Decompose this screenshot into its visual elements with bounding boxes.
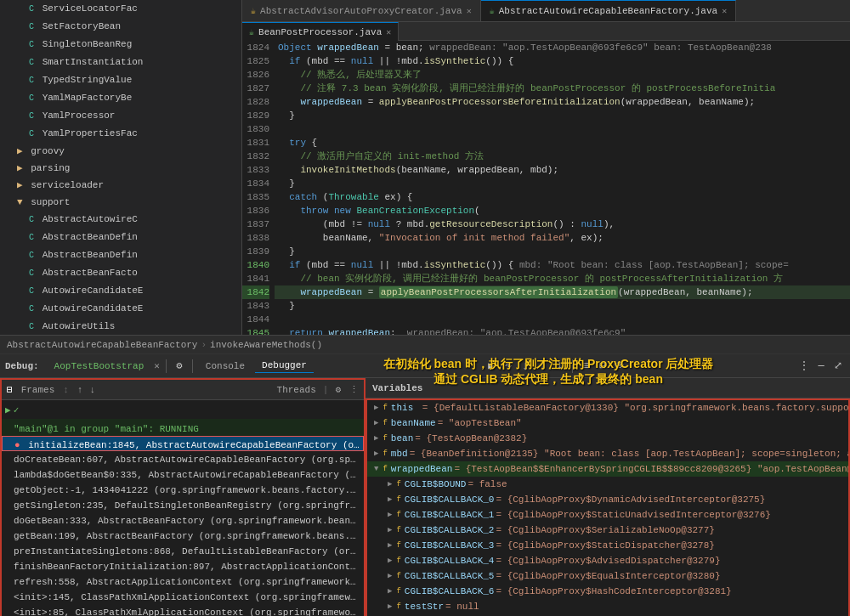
var-mbd[interactable]: ▶ f mbd = {BeanDefinition@2135} "Root be… [367,446,848,461]
evaluate-btn[interactable]: ≡ [579,359,592,373]
breadcrumb-part2[interactable]: invokeAwareMethods() [210,340,322,350]
debug-session[interactable]: AopTestBootstrap [48,359,151,373]
tree-item-typed[interactable]: C TypedStringValue [0,71,241,89]
var-teststr[interactable]: ▶ f testStr = null [367,599,848,614]
debug-settings-btn[interactable]: ⚙ [173,359,186,373]
tree-item-support[interactable]: ▼ support [0,194,241,211]
threads-label[interactable]: Threads [277,385,316,395]
tree-item-autowire1[interactable]: C AutowireCandidateE [0,282,241,300]
var-beanname[interactable]: ▶ f beanName = "aopTestBean" [367,415,848,431]
frames-btn[interactable]: ⊟ [596,359,609,373]
var-cglib-callback-5[interactable]: ▶ f CGLIB$CALLBACK_5 = {CglibAopProxy$Eq… [367,568,848,584]
stack-frame-9[interactable]: refresh:558, AbstractApplicationContext … [2,574,364,589]
tree-item-smart[interactable]: C SmartInstantiation [0,54,241,71]
code-line-1833: invokeInitMethods(beanName, wrappedBean,… [275,163,850,177]
stack-frame-3[interactable]: getObject:-1, 1434041222 (org.springfram… [2,482,364,497]
tree-item-groovy[interactable]: ▶ groovy [0,143,241,160]
tab-close-right[interactable]: ✕ [722,6,727,16]
expand-icon: ▶ [388,568,392,584]
tab-close-left[interactable]: ✕ [467,6,472,16]
var-cglib-callback-6[interactable]: ▶ f CGLIB$CALLBACK_6 = {CglibAopProxy$Ha… [367,584,848,599]
tree-item-abstractbeandef2[interactable]: C AbstractBeanDefin [0,246,241,264]
minimize-btn[interactable]: — [814,359,828,373]
stack-frame-7[interactable]: preInstantiateSingletons:868, DefaultLis… [2,543,364,558]
debug-toolbar: Debug: AopTestBootstrap ✕ ⚙ Console Debu… [0,354,850,378]
class-icon: C [29,233,34,242]
var-this[interactable]: ▶ f this = {DefaultListableBeanFactory@1… [367,400,848,415]
var-wrappedbean[interactable]: ▼ f wrappedBean = {TestAopBean$$Enhancer… [367,461,848,477]
code-line-1840: if (mbd == null || !mbd.isSynthetic()) {… [275,258,850,272]
thread-play-icon: ▶ [5,404,11,415]
tree-item-parsing[interactable]: ▶ parsing [0,160,241,177]
breadcrumb-part1[interactable]: AbstractAutowireCapableBeanFactory [7,340,197,350]
variables-panel: Variables ▶ f this = {DefaultListableBea… [366,378,850,616]
field-icon: f [382,415,387,431]
class-icon: C [29,304,34,314]
tree-item-autowire2[interactable]: C AutowireCandidateE [0,300,241,318]
var-cglib-callback-4[interactable]: ▶ f CGLIB$CALLBACK_4 = {CglibAopProxy$Ad… [367,553,848,568]
tree-item-abstractbeandef1[interactable]: C AbstractBeanDefin [0,229,241,246]
code-line-1839: } [275,245,850,258]
stack-frame-6[interactable]: getBean:199, AbstractBeanFactory (org.sp… [2,528,364,543]
tab-abstract-advisor[interactable]: ☕ AbstractAdvisorAutoProxyCreator.java ✕ [242,0,481,21]
code-line-1824: Object wrappedBean = bean; wrappedBean: … [275,41,850,54]
session-close[interactable]: ✕ [154,360,160,371]
var-bean[interactable]: ▶ f bean = {TestAopBean@2382} [367,431,848,446]
debug-tab-debugger[interactable]: Debugger [255,359,314,373]
field-icon: f [382,446,387,461]
tree-item-setfactory[interactable]: C SetFactoryBean [0,18,241,36]
stack-frame-5[interactable]: doGetBean:333, AbstractBeanFactory (org.… [2,512,364,528]
var-cglib-callback-2[interactable]: ▶ f CGLIB$CALLBACK_2 = {CglibAopProxy$Se… [367,523,848,538]
var-cglib-callback-3[interactable]: ▶ f CGLIB$CALLBACK_3 = {CglibAopProxy$St… [367,538,848,553]
tree-item-yaml-proc[interactable]: C YamlProcessor [0,107,241,125]
tree-item-abstract-autowire[interactable]: C AbstractAutowireC [0,211,241,229]
var-cglib-callback-0[interactable]: ▶ f CGLIB$CALLBACK_0 = {CglibAopProxy$Dy… [367,492,848,507]
step-out-btn[interactable]: ↑ [536,359,549,373]
watches-btn[interactable]: 👁 [613,359,626,373]
code-line-1837: (mbd != null ? mbd.getResourceDescriptio… [275,218,850,231]
stack-frame-8[interactable]: finishBeanFactoryInitialization:897, Abs… [2,558,364,574]
tree-item-servicelocator[interactable]: C ServiceLocatorFac [0,0,241,18]
frames-content[interactable]: ▶ ✓ "main"@1 in group "main": RUNNING ● … [2,400,364,616]
stack-frame-4[interactable]: getSingleton:235, DefaultSingletonBeanRe… [2,497,364,512]
var-cglib-bound[interactable]: ▶ f CGLIB$BOUND = false [367,477,848,492]
run-to-cursor-btn[interactable]: ⤵ [552,359,566,373]
tree-item-serviceloader[interactable]: ▶ serviceloader [0,177,241,194]
field-icon: f [396,507,400,523]
debug-tab-console[interactable]: Console [199,359,252,373]
step-over-btn[interactable]: ↷ [502,359,515,373]
maximize-btn[interactable]: ⤢ [831,359,845,373]
tree-item-yaml-map[interactable]: C YamlMapFactoryBe [0,89,241,107]
code-area[interactable]: Object wrappedBean = bean; wrappedBean: … [275,41,850,335]
stack-frame-11[interactable]: <init>:85, ClassPathXmlApplicationContex… [2,604,364,616]
tab-beanpostprocessor[interactable]: ☕ BeanPostProcessor.java ✕ [242,22,399,41]
code-line-1843: } [275,299,850,313]
debug-title: Debug: [5,361,39,371]
expand-icon: ▶ [374,431,378,446]
resume-btn[interactable]: ▶ [484,359,498,373]
frames-label[interactable]: Frames [21,385,55,395]
class-icon: C [29,251,34,260]
editor-content[interactable]: 1824 1825 1826 1827 1828 1829 1830 1831 … [242,41,850,335]
expand-icon: ▶ [388,553,392,568]
stack-frame-0[interactable]: ● initializeBean:1845, AbstractAutowireC… [2,436,364,451]
tree-item-yaml-props[interactable]: C YamlPropertiesFac [0,125,241,143]
stack-frame-2[interactable]: lambda$doGetBean$0:335, AbstractAutowire… [2,466,364,482]
stack-frame-1[interactable]: doCreateBean:607, AbstractAutowireCapabl… [2,451,364,466]
frames-icon: ⊟ [7,384,13,395]
class-icon: C [29,76,34,85]
tree-item-singleton[interactable]: C SingletonBeanReg [0,36,241,54]
var-cglib-callback-1[interactable]: ▶ f CGLIB$CALLBACK_1 = {CglibAopProxy$St… [367,507,848,523]
tab-abstract-autowire[interactable]: ☕ AbstractAutowireCapableBeanFactory.jav… [481,0,737,21]
code-line-1844 [275,313,850,326]
step-into-btn[interactable]: ↓ [518,359,532,373]
stack-frame-10[interactable]: <init>:145, ClassPathXmlApplicationConte… [2,589,364,604]
expand-icon: ▶ [388,492,392,507]
tree-item-abstractbeanfact[interactable]: C AbstractBeanFacto [0,264,241,282]
tab-close-mid[interactable]: ✕ [386,27,391,37]
code-line-1836: throw new BeanCreationException( [275,204,850,218]
variables-content[interactable]: ▶ f this = {DefaultListableBeanFactory@1… [366,398,850,616]
more-actions-btn[interactable]: ⋮ [797,359,811,373]
tree-item-autowireutils[interactable]: C AutowireUtils [0,318,241,335]
code-line-1827: // 注释 7.3 bean 实例化阶段, 调用已经注册好的 beanPostP… [275,82,850,95]
